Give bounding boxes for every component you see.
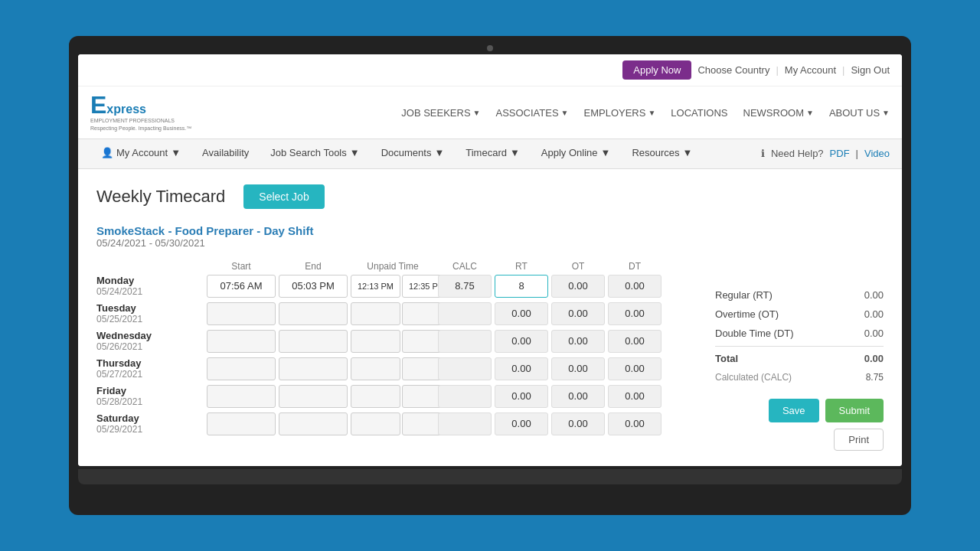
doubletime-value: 0.00 bbox=[864, 328, 884, 339]
wednesday-dt-cell: 0.00 bbox=[608, 330, 662, 353]
thursday-start-input[interactable] bbox=[207, 357, 276, 380]
sub-nav-my-account[interactable]: 👤 My Account ▼ bbox=[90, 139, 191, 168]
tuesday-start-input[interactable] bbox=[207, 302, 276, 325]
table-row: Saturday 05/29/2021 ▼ 0.00 0.00 bbox=[96, 412, 697, 435]
logo-e: E bbox=[90, 93, 106, 117]
calc-value: 8.75 bbox=[866, 372, 884, 383]
monday-end-input[interactable] bbox=[279, 275, 348, 298]
chevron-down-icon: ▼ bbox=[350, 147, 360, 158]
monday-rt-input[interactable] bbox=[495, 275, 548, 298]
table-row: Thursday 05/27/2021 ▼ 0.00 0.00 bbox=[96, 357, 697, 380]
tuesday-calc-cell bbox=[438, 302, 492, 325]
logo-xpress: xpress bbox=[106, 103, 146, 116]
thursday-rt-cell: 0.00 bbox=[495, 357, 548, 380]
monday-start-input[interactable] bbox=[207, 275, 276, 298]
table-row: Monday 05/24/2021 ▼ 8.75 0.00 bbox=[96, 275, 697, 298]
header-ot: OT bbox=[551, 261, 605, 272]
tuesday-rt-cell: 0.00 bbox=[495, 302, 548, 325]
timecard-table: Start End Unpaid Time CALC RT OT DT Mond… bbox=[96, 261, 697, 451]
page-title: Weekly Timecard bbox=[96, 187, 225, 207]
thursday-unpaid-start-input[interactable] bbox=[351, 357, 400, 380]
doubletime-label: Double Time (DT) bbox=[715, 328, 794, 339]
pdf-link[interactable]: PDF bbox=[830, 148, 850, 159]
chevron-down-icon: ▼ bbox=[601, 147, 611, 158]
saturday-end-input[interactable] bbox=[279, 412, 348, 435]
saturday-unpaid-start-input[interactable] bbox=[351, 412, 400, 435]
nav-job-seekers[interactable]: JOB SEEKERS ▼ bbox=[401, 107, 480, 119]
nav-newsroom[interactable]: NEWSROOM ▼ bbox=[743, 107, 814, 119]
friday-label: Friday 05/28/2021 bbox=[96, 385, 204, 407]
page-header: Weekly Timecard Select Job bbox=[96, 184, 884, 209]
chevron-down-icon: ▼ bbox=[171, 147, 181, 158]
nav-about-us[interactable]: ABOUT US ▼ bbox=[829, 107, 890, 119]
friday-rt-cell: 0.00 bbox=[495, 385, 548, 408]
overtime-value: 0.00 bbox=[864, 308, 884, 320]
thursday-end-input[interactable] bbox=[279, 357, 348, 380]
monday-unpaid-start-input[interactable] bbox=[351, 275, 400, 298]
header-start: Start bbox=[207, 261, 276, 272]
total-value: 0.00 bbox=[864, 353, 884, 364]
sub-nav-resources[interactable]: Resources ▼ bbox=[621, 139, 703, 168]
submit-button[interactable]: Submit bbox=[825, 399, 884, 422]
job-title: SmokeStack - Food Preparer - Day Shift bbox=[96, 224, 884, 237]
my-account-link[interactable]: My Account bbox=[785, 64, 836, 76]
sub-nav-documents[interactable]: Documents ▼ bbox=[371, 139, 456, 168]
sign-out-link[interactable]: Sign Out bbox=[851, 64, 890, 76]
friday-start-input[interactable] bbox=[207, 385, 276, 408]
saturday-start-input[interactable] bbox=[207, 412, 276, 435]
tuesday-ot-cell: 0.00 bbox=[551, 302, 605, 325]
tuesday-label: Tuesday 05/25/2021 bbox=[96, 302, 204, 324]
sub-nav-help: ℹ Need Help? PDF | Video bbox=[761, 148, 890, 159]
choose-country-link[interactable]: Choose Country bbox=[697, 64, 769, 76]
wednesday-end-input[interactable] bbox=[279, 330, 348, 353]
chevron-down-icon: ▼ bbox=[434, 147, 444, 158]
tuesday-dt-cell: 0.00 bbox=[608, 302, 662, 325]
nav-associates[interactable]: ASSOCIATES ▼ bbox=[495, 107, 568, 119]
save-button[interactable]: Save bbox=[769, 399, 819, 422]
wednesday-rt-cell: 0.00 bbox=[495, 330, 548, 353]
nav-locations[interactable]: LOCATIONS bbox=[671, 107, 727, 119]
overtime-label: Overtime (OT) bbox=[715, 308, 779, 320]
friday-unpaid-start-input[interactable] bbox=[351, 385, 400, 408]
wednesday-ot-cell: 0.00 bbox=[551, 330, 605, 353]
job-info: SmokeStack - Food Preparer - Day Shift 0… bbox=[96, 224, 884, 249]
apply-now-button[interactable]: Apply Now bbox=[622, 60, 691, 80]
header-rt: RT bbox=[495, 261, 548, 272]
top-bar: Apply Now Choose Country | My Account | … bbox=[78, 54, 902, 86]
tuesday-end-input[interactable] bbox=[279, 302, 348, 325]
main-nav-links: JOB SEEKERS ▼ ASSOCIATES ▼ EMPLOYERS ▼ L… bbox=[401, 107, 890, 119]
regular-label: Regular (RT) bbox=[715, 289, 773, 301]
main-content: Weekly Timecard Select Job SmokeStack - … bbox=[78, 169, 902, 466]
header-dt: DT bbox=[608, 261, 662, 272]
saturday-rt-cell: 0.00 bbox=[495, 412, 548, 435]
print-button[interactable]: Print bbox=[834, 429, 884, 451]
table-row: Tuesday 05/25/2021 ▼ 0.00 0.00 bbox=[96, 302, 697, 325]
regular-time-row: Regular (RT) 0.00 bbox=[715, 285, 884, 305]
monday-calc-cell: 8.75 bbox=[438, 275, 492, 298]
sub-nav-timecard[interactable]: Timecard ▼ bbox=[455, 139, 531, 168]
saturday-calc-cell bbox=[438, 412, 492, 435]
select-job-button[interactable]: Select Job bbox=[243, 184, 324, 209]
sub-nav: 👤 My Account ▼ Availability Job Search T… bbox=[78, 139, 902, 169]
table-row: Wednesday 05/26/2021 ▼ 0.00 0.00 bbox=[96, 330, 697, 353]
monday-dt-cell: 0.00 bbox=[608, 275, 662, 298]
video-link[interactable]: Video bbox=[864, 148, 890, 159]
friday-end-input[interactable] bbox=[279, 385, 348, 408]
monday-ot-cell: 0.00 bbox=[551, 275, 605, 298]
wednesday-calc-cell bbox=[438, 330, 492, 353]
thursday-ot-cell: 0.00 bbox=[551, 357, 605, 380]
sub-nav-availability[interactable]: Availability bbox=[191, 139, 260, 168]
help-icon: ℹ bbox=[761, 148, 765, 159]
friday-dt-cell: 0.00 bbox=[608, 385, 662, 408]
job-dates: 05/24/2021 - 05/30/2021 bbox=[96, 237, 884, 249]
wednesday-unpaid-start-input[interactable] bbox=[351, 330, 400, 353]
table-row: Friday 05/28/2021 ▼ 0.00 0.00 bbox=[96, 385, 697, 408]
sub-nav-job-search-tools[interactable]: Job Search Tools ▼ bbox=[260, 139, 370, 168]
friday-calc-cell bbox=[438, 385, 492, 408]
wednesday-start-input[interactable] bbox=[207, 330, 276, 353]
logo-tagline: EMPLOYMENT PROFESSIONALS Respecting Peop… bbox=[90, 117, 191, 132]
tuesday-unpaid-start-input[interactable] bbox=[351, 302, 400, 325]
saturday-label: Saturday 05/29/2021 bbox=[96, 412, 204, 435]
nav-employers[interactable]: EMPLOYERS ▼ bbox=[584, 107, 656, 119]
sub-nav-apply-online[interactable]: Apply Online ▼ bbox=[531, 139, 622, 168]
